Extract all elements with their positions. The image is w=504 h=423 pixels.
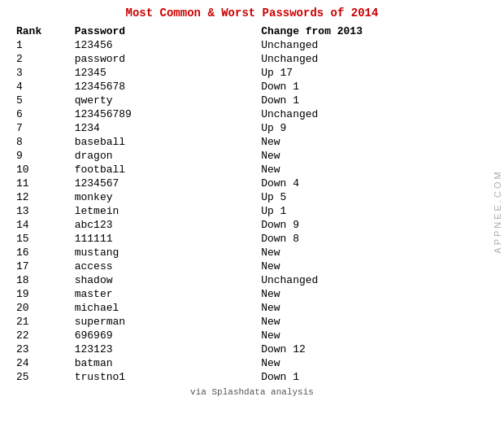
cell-password: 123123 [72,342,258,356]
table-row: 9dragonNew [13,149,491,163]
cell-password: letmein [72,204,258,218]
cell-password: shadow [72,273,258,287]
table-row: 25trustno1Down 1 [13,370,491,384]
table-wrapper: Rank Password Change from 2013 1123456Un… [13,24,491,384]
cell-password: 111111 [72,232,258,246]
cell-change: New [258,315,491,329]
table-row: 111234567Down 4 [13,177,491,190]
col-header-rank: Rank [13,24,72,38]
cell-rank: 11 [13,177,72,190]
cell-change: New [258,135,491,149]
main-container: Most Common & Worst Passwords of 2014 Ra… [0,0,504,403]
table-row: 312345Up 17 [13,66,491,80]
cell-change: Up 9 [258,121,491,135]
cell-change: Unchanged [258,273,491,287]
cell-change: New [258,163,491,177]
table-row: 24batmanNew [13,356,491,370]
cell-rank: 18 [13,273,72,287]
cell-rank: 21 [13,315,72,329]
cell-password: football [72,163,258,177]
table-row: 1123456Unchanged [13,38,491,52]
cell-change: Down 4 [258,177,491,190]
table-row: 8baseballNew [13,135,491,149]
cell-rank: 17 [13,259,72,273]
cell-rank: 25 [13,370,72,384]
cell-password: master [72,287,258,301]
table-row: 13letmeinUp 1 [13,204,491,218]
cell-rank: 13 [13,204,72,218]
table-row: 18shadowUnchanged [13,273,491,287]
table-row: 2passwordUnchanged [13,52,491,66]
cell-change: Down 8 [258,232,491,246]
cell-rank: 5 [13,94,72,107]
cell-password: dragon [72,149,258,163]
table-row: 21supermanNew [13,315,491,329]
cell-rank: 14 [13,218,72,232]
table-row: 14abc123Down 9 [13,218,491,232]
cell-rank: 12 [13,190,72,204]
watermark: APPNEE.COM [493,169,502,253]
cell-change: New [258,149,491,163]
cell-password: batman [72,356,258,370]
cell-change: Up 17 [258,66,491,80]
cell-change: New [258,356,491,370]
cell-change: New [258,259,491,273]
cell-rank: 4 [13,80,72,94]
page-title: Most Common & Worst Passwords of 2014 [13,7,491,20]
cell-rank: 15 [13,232,72,246]
table-row: 20michaelNew [13,301,491,315]
cell-change: New [258,287,491,301]
cell-password: abc123 [72,218,258,232]
table-row: 12monkeyUp 5 [13,190,491,204]
table-row: 6123456789Unchanged [13,107,491,121]
cell-change: Down 1 [258,94,491,107]
cell-password: trustno1 [72,370,258,384]
cell-password: superman [72,315,258,329]
cell-password: password [72,52,258,66]
passwords-table: Rank Password Change from 2013 1123456Un… [13,24,491,384]
cell-password: baseball [72,135,258,149]
cell-rank: 6 [13,107,72,121]
table-row: 23123123Down 12 [13,342,491,356]
table-row: 16mustangNew [13,246,491,259]
cell-password: 12345 [72,66,258,80]
cell-password: 1234 [72,121,258,135]
cell-password: 123456789 [72,107,258,121]
cell-change: Up 1 [258,204,491,218]
cell-rank: 8 [13,135,72,149]
cell-rank: 1 [13,38,72,52]
cell-rank: 7 [13,121,72,135]
cell-password: 12345678 [72,80,258,94]
cell-rank: 3 [13,66,72,80]
table-row: 22696969New [13,329,491,342]
cell-change: Unchanged [258,52,491,66]
cell-password: monkey [72,190,258,204]
cell-rank: 24 [13,356,72,370]
cell-rank: 19 [13,287,72,301]
col-header-password: Password [72,24,258,38]
cell-rank: 20 [13,301,72,315]
table-row: 19masterNew [13,287,491,301]
table-row: 71234Up 9 [13,121,491,135]
cell-rank: 9 [13,149,72,163]
cell-change: Down 1 [258,80,491,94]
cell-change: Down 12 [258,342,491,356]
cell-change: New [258,329,491,342]
table-row: 5qwertyDown 1 [13,94,491,107]
cell-rank: 16 [13,246,72,259]
table-row: 17accessNew [13,259,491,273]
cell-change: Down 1 [258,370,491,384]
table-row: 10footballNew [13,163,491,177]
footer-note: via Splashdata analysis [13,387,491,397]
cell-password: access [72,259,258,273]
cell-change: Unchanged [258,107,491,121]
cell-password: 696969 [72,329,258,342]
cell-change: Up 5 [258,190,491,204]
cell-change: New [258,246,491,259]
table-row: 412345678Down 1 [13,80,491,94]
cell-rank: 23 [13,342,72,356]
cell-password: michael [72,301,258,315]
cell-change: Unchanged [258,38,491,52]
cell-rank: 2 [13,52,72,66]
cell-password: 123456 [72,38,258,52]
